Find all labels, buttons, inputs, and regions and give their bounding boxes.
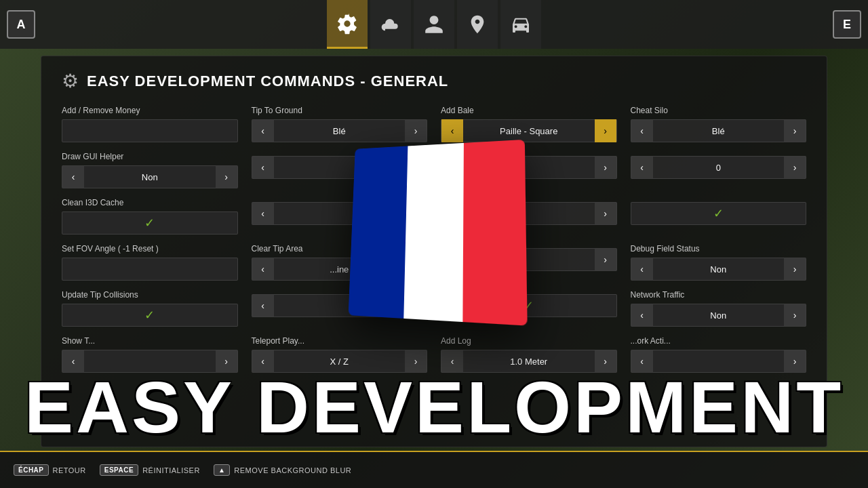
- label-fov: Set FOV Angle ( -1 Reset ): [62, 244, 238, 253]
- arrow-draw-gui-left[interactable]: ‹: [62, 165, 84, 188]
- arrow-debug-field: ‹ Non ›: [631, 258, 807, 281]
- arrow-tip-ground: ‹ Blé ›: [252, 119, 428, 142]
- arrow-col3-row4-right[interactable]: ›: [595, 248, 616, 271]
- arrow-network-traffic: ‹ Non ›: [631, 304, 807, 327]
- input-add-money[interactable]: [62, 119, 238, 142]
- arrow-cheat-silo-right[interactable]: ›: [784, 119, 806, 142]
- flag-stripe-white: [403, 143, 464, 322]
- control-add-bale: Add Bale ‹ Paille - Square ›: [441, 106, 617, 142]
- bottom-item-back: ÉCHAP RETOUR: [14, 464, 86, 476]
- label-remove-blur: REMOVE BACKGROUND BLUR: [234, 466, 351, 474]
- control-silo-confirm: ✓: [631, 198, 807, 235]
- arrow-network-traffic-right[interactable]: ›: [784, 304, 806, 327]
- arrow-cheat-silo: ‹ Blé ›: [631, 119, 807, 142]
- arrow-add-bale-right[interactable]: ›: [595, 119, 616, 142]
- input-fov[interactable]: [62, 258, 238, 281]
- val-network-traffic: Non: [653, 310, 785, 321]
- arrow-tip-ground-left[interactable]: ‹: [252, 119, 274, 142]
- nav-tab-weather[interactable]: [370, 0, 411, 49]
- nav-tab-vehicle[interactable]: [500, 0, 541, 49]
- panel-title-icon: ⚙: [62, 70, 79, 92]
- bottom-item-blur: ▲ REMOVE BACKGROUND BLUR: [214, 464, 351, 476]
- check-clean-i3d: ✓: [62, 211, 238, 235]
- key-espace: ESPACE: [100, 464, 138, 476]
- arrow-col2-row2-left[interactable]: ‹: [252, 156, 274, 179]
- label-update-tip: Update Tip Collisions: [62, 290, 238, 300]
- control-draw-gui: Draw GUI Helper ‹ Non ›: [62, 152, 238, 188]
- control-clean-i3d: Clean I3D Cache ✓: [62, 198, 238, 235]
- label-debug-field: Debug Field Status: [631, 244, 807, 253]
- arrow-add-bale-left[interactable]: ‹: [441, 119, 463, 142]
- val-tip-ground: Blé: [274, 126, 406, 136]
- arrow-network-traffic-left[interactable]: ‹: [631, 304, 653, 327]
- val-cheat-silo: Blé: [653, 126, 785, 136]
- label-cheat-silo: Cheat Silo: [631, 106, 807, 115]
- label-add-log: Add Log: [441, 336, 617, 346]
- arrow-draw-gui-right[interactable]: ›: [216, 165, 237, 188]
- arrow-col2-row5-left[interactable]: ‹: [252, 294, 274, 317]
- flag-stripe-blue: [349, 146, 408, 318]
- bottom-item-reset: ESPACE RÉINITIALISER: [100, 464, 200, 476]
- check-silo-confirm-icon: ✓: [713, 206, 724, 221]
- label-tip-ground: Tip To Ground: [252, 106, 428, 115]
- val-teleport: X / Z: [274, 357, 406, 367]
- control-fov: Set FOV Angle ( -1 Reset ): [62, 244, 238, 281]
- check-update-tip: ✓: [62, 304, 238, 327]
- control-tip-ground: Tip To Ground ‹ Blé ›: [252, 106, 428, 142]
- control-add-money: Add / Remove Money: [62, 106, 238, 142]
- panel-title-row: ⚙ EASY DEVELOPMENT COMMANDS - GENERAL: [62, 70, 806, 92]
- bottom-bar: ÉCHAP RETOUR ESPACE RÉINITIALISER ▲ REMO…: [0, 451, 868, 488]
- label-draw-gui: Draw GUI Helper: [62, 152, 238, 161]
- arrow-silo-amount: ‹ 0 ›: [631, 156, 807, 179]
- label-teleport: Teleport Play...: [252, 336, 428, 346]
- arrow-debug-field-right[interactable]: ›: [784, 258, 806, 281]
- control-update-tip: Update Tip Collisions ✓: [62, 290, 238, 327]
- check-clean-i3d-icon: ✓: [144, 216, 155, 230]
- label-add-money: Add / Remove Money: [62, 106, 238, 115]
- panel-title: EASY DEVELOPMENT COMMANDS - GENERAL: [87, 73, 448, 90]
- control-silo-amount: ‹ 0 ›: [631, 152, 807, 188]
- nav-key-a[interactable]: A: [7, 10, 35, 39]
- check-update-tip-icon: ✓: [144, 308, 155, 323]
- label-retour: RETOUR: [53, 466, 86, 474]
- control-network-traffic: Network Traffic ‹ Non ›: [631, 290, 807, 327]
- label-network-act: ...ork Acti...: [631, 336, 807, 346]
- arrow-col2-row3-left[interactable]: ‹: [252, 202, 274, 225]
- val-add-bale: Paille - Square: [463, 126, 595, 136]
- key-arrow-up: ▲: [214, 464, 230, 476]
- val-add-log: 1.0 Meter: [463, 357, 595, 367]
- label-add-bale: Add Bale: [441, 106, 617, 115]
- arrow-add-bale: ‹ Paille - Square ›: [441, 119, 617, 142]
- nav-tab-player[interactable]: [414, 0, 454, 49]
- nav-key-e[interactable]: E: [833, 10, 861, 39]
- arrow-draw-gui: ‹ Non ›: [62, 165, 238, 188]
- french-flag-overlay: [346, 142, 522, 318]
- nav-icons-row: [327, 0, 541, 49]
- label-show-t: Show T...: [62, 336, 238, 346]
- big-title: EASY DEVELOPMENT: [0, 371, 868, 444]
- val-silo-amount: 0: [653, 163, 785, 173]
- check-silo-confirm: ✓: [631, 202, 807, 225]
- label-reinit: RÉINITIALISER: [142, 466, 200, 474]
- val-draw-gui: Non: [84, 172, 216, 182]
- nav-tab-settings[interactable]: [327, 0, 368, 49]
- label-clean-i3d: Clean I3D Cache: [62, 198, 238, 207]
- top-nav-bar: A E: [0, 0, 868, 49]
- arrow-col3-row2-right[interactable]: ›: [595, 156, 616, 179]
- flag-3d: [349, 140, 528, 326]
- control-cheat-silo: Cheat Silo ‹ Blé ›: [631, 106, 807, 142]
- label-network-traffic: Network Traffic: [631, 290, 807, 300]
- arrow-col3-row3-right[interactable]: ›: [595, 202, 616, 225]
- arrow-silo-amount-left[interactable]: ‹: [631, 156, 653, 179]
- arrow-clear-tip-left[interactable]: ‹: [252, 258, 274, 281]
- control-debug-field: Debug Field Status ‹ Non ›: [631, 244, 807, 281]
- arrow-tip-ground-right[interactable]: ›: [405, 119, 427, 142]
- arrow-silo-amount-right[interactable]: ›: [784, 156, 806, 179]
- val-debug-field: Non: [653, 264, 785, 274]
- arrow-cheat-silo-left[interactable]: ‹: [631, 119, 653, 142]
- key-echap: ÉCHAP: [14, 464, 49, 476]
- nav-tab-map[interactable]: [457, 0, 498, 49]
- flag-stripe-red: [463, 140, 528, 326]
- arrow-debug-field-left[interactable]: ‹: [631, 258, 653, 281]
